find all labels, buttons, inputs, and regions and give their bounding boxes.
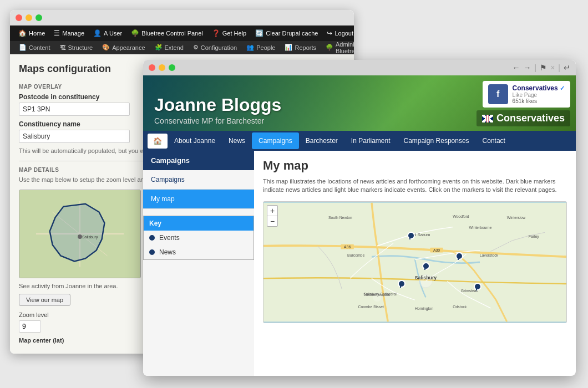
toolbar-bluetree[interactable]: 🌳 Bluetree Control Panel [127, 28, 207, 39]
sidebar-item-mymap[interactable]: My map [143, 190, 254, 209]
toolbar-user[interactable]: 👤 A User [89, 28, 126, 39]
logout-icon: ↪ [327, 29, 332, 37]
map-marker-3[interactable] [454, 252, 462, 262]
svg-text:Coombe Bisset: Coombe Bisset [358, 305, 384, 309]
flag-icon[interactable]: ⚑ [540, 63, 547, 72]
map-preview: + − Salisbury [19, 190, 141, 278]
person-title: Conservative MP for Barchester [154, 116, 281, 125]
svg-text:Farley: Farley [529, 234, 540, 239]
svg-text:South Newton: South Newton [328, 216, 352, 219]
secondbar-administer[interactable]: 🌳 Administer Bluetree [321, 40, 354, 55]
user-icon: 👤 [93, 29, 102, 37]
map-marker-5[interactable] [473, 283, 480, 293]
cons-name-block: Joanne Bloggs Conservative MP for Barche… [143, 95, 292, 125]
toolbar-home[interactable]: 🏠 Home [14, 28, 49, 39]
close-btn[interactable] [16, 14, 22, 21]
news-dot [149, 249, 155, 255]
secondbar-extend[interactable]: 🧩 Extend [150, 43, 188, 52]
home-icon: 🏠 [18, 29, 27, 37]
facebook-box[interactable]: f Conservatives ✓ Like Page 651k likes [483, 81, 570, 108]
share-icon[interactable]: ↵ [564, 63, 570, 72]
nav-contact[interactable]: Contact [476, 132, 512, 149]
front-maximize-btn[interactable] [169, 64, 175, 71]
view-map-button[interactable]: View our map [19, 294, 70, 306]
map-marker-4[interactable] [397, 280, 404, 290]
key-events: Events [144, 231, 254, 245]
events-dot [149, 235, 155, 241]
svg-text:Salisbury Cathedral: Salisbury Cathedral [363, 292, 397, 297]
sidebar-item-campaigns[interactable]: Campaigns [143, 170, 254, 190]
secondbar-people[interactable]: 👥 People [242, 43, 280, 52]
toolbar-help[interactable]: ❓ Get Help [208, 28, 250, 39]
bluetree-icon: 🌳 [131, 29, 139, 37]
toolbar-clear-cache[interactable]: 🔄 Clear Drupal cache [251, 28, 322, 39]
help-icon: ❓ [212, 29, 220, 37]
front-minimize-btn[interactable] [159, 64, 165, 71]
secondbar-appearance[interactable]: 🎨 Appearance [98, 43, 149, 52]
svg-text:Winterslow: Winterslow [507, 216, 525, 219]
postcode-input[interactable] [19, 103, 130, 116]
nav-about[interactable]: About Joanne [168, 132, 222, 149]
zoom-level-input[interactable] [19, 320, 41, 333]
cons-main: Campaigns Campaigns My map Key Events Ne… [143, 151, 576, 376]
secondbar-config[interactable]: ⚙ Configuration [189, 43, 241, 52]
fb-page-label: Like Page [513, 92, 565, 98]
front-titlebar: ← → | ⚑ × | ↵ [143, 60, 576, 75]
map-marker-1[interactable] [406, 232, 414, 242]
front-close-btn[interactable] [149, 64, 155, 71]
constituency-input[interactable] [19, 130, 130, 143]
back-nav-icon[interactable]: ← [513, 63, 520, 72]
person-name: Joanne Bloggs [154, 95, 281, 115]
key-header: Key [144, 216, 254, 231]
clear-icon: 🔄 [255, 29, 263, 37]
svg-text:A36: A36 [344, 244, 351, 248]
key-news: News [144, 245, 254, 259]
cons-sidebar: Campaigns Campaigns My map Key Events Ne… [143, 151, 254, 376]
svg-text:Laverstock: Laverstock [480, 253, 499, 257]
facebook-logo: f [488, 84, 508, 104]
drupal-secondbar: 📄 Content 🏗 Structure 🎨 Appearance 🧩 Ext… [10, 41, 354, 54]
party-name: Conservatives [496, 113, 565, 124]
secondbar-content[interactable]: 📄 Content [14, 43, 55, 52]
secondbar-reports[interactable]: 📊 Reports [280, 43, 321, 52]
fb-name-text: Conservatives [513, 84, 558, 92]
nav-in-parliament[interactable]: In Parliament [344, 132, 397, 149]
front-window: ← → | ⚑ × | ↵ Joanne Bloggs Conservative… [143, 60, 576, 376]
conservatives-logo: Conservatives [477, 110, 570, 126]
nav-barchester[interactable]: Barchester [299, 132, 344, 149]
key-box: Key Events News [143, 216, 254, 260]
uk-flag-icon [482, 115, 493, 122]
constituency-map-svg: Salisbury [19, 190, 140, 278]
nav-campaign-responses[interactable]: Campaign Responses [397, 132, 476, 149]
toolbar-logout[interactable]: ↪ Logout [323, 28, 354, 39]
svg-text:Salisbury: Salisbury [82, 235, 98, 239]
nav-campaigns[interactable]: Campaigns [252, 132, 299, 149]
svg-text:Woodford: Woodford [453, 215, 469, 218]
minimize-btn[interactable] [26, 14, 32, 21]
svg-text:Homington: Homington [415, 307, 433, 311]
key-news-label: News [159, 248, 176, 256]
nav-home-btn[interactable]: 🏠 [148, 134, 168, 149]
fb-likes: 651k likes [513, 98, 565, 104]
sidebar-section-header: Campaigns [143, 151, 254, 170]
cons-header: Joanne Bloggs Conservative MP for Barche… [143, 75, 576, 131]
manage-icon: ☰ [54, 29, 60, 37]
maximize-btn[interactable] [36, 14, 42, 21]
secondbar-structure[interactable]: 🏗 Structure [55, 43, 98, 52]
main-zoom-out[interactable]: − [267, 216, 277, 226]
main-zoom-in[interactable]: + [267, 206, 277, 216]
toolbar-manage[interactable]: ☰ Manage [50, 28, 88, 39]
map-svg: Salisbury Netherhampton Burcombe Winterb… [263, 202, 566, 323]
svg-text:Winterbourne: Winterbourne [469, 225, 492, 229]
map-page-title: My map [263, 159, 567, 173]
forward-nav-icon[interactable]: → [524, 63, 531, 72]
map-description: This map illustrates the locations of ne… [263, 177, 567, 195]
main-map[interactable]: + − [263, 201, 567, 323]
svg-text:Salisbury: Salisbury [415, 275, 437, 280]
map-marker-2[interactable] [421, 262, 429, 272]
cons-map-area: My map This map illustrates the location… [254, 151, 576, 376]
drupal-toolbar: 🏠 Home ☰ Manage 👤 A User 🌳 Bluetree Cont… [10, 25, 354, 41]
nav-news[interactable]: News [222, 132, 252, 149]
main-map-zoom-control: + − [267, 205, 278, 227]
facebook-info: Conservatives ✓ Like Page 651k likes [513, 84, 565, 104]
